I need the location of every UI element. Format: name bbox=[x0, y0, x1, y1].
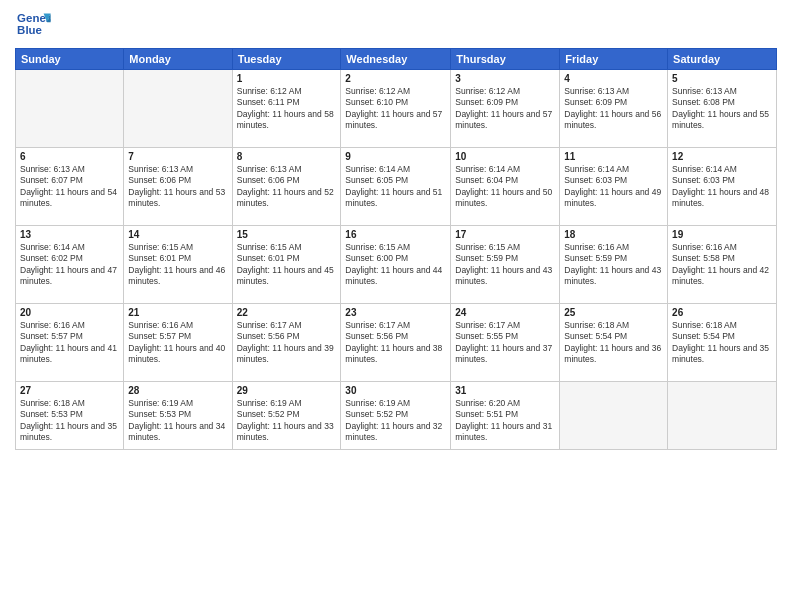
calendar-cell bbox=[16, 70, 124, 148]
day-info: Sunrise: 6:14 AMSunset: 6:03 PMDaylight:… bbox=[672, 164, 772, 210]
day-info: Sunrise: 6:15 AMSunset: 6:01 PMDaylight:… bbox=[128, 242, 227, 288]
calendar-cell: 16Sunrise: 6:15 AMSunset: 6:00 PMDayligh… bbox=[341, 226, 451, 304]
day-number: 29 bbox=[237, 385, 337, 396]
day-info: Sunrise: 6:19 AMSunset: 5:52 PMDaylight:… bbox=[237, 398, 337, 444]
calendar-cell: 9Sunrise: 6:14 AMSunset: 6:05 PMDaylight… bbox=[341, 148, 451, 226]
day-info: Sunrise: 6:14 AMSunset: 6:03 PMDaylight:… bbox=[564, 164, 663, 210]
calendar-cell: 29Sunrise: 6:19 AMSunset: 5:52 PMDayligh… bbox=[232, 382, 341, 450]
day-info: Sunrise: 6:19 AMSunset: 5:53 PMDaylight:… bbox=[128, 398, 227, 444]
day-number: 1 bbox=[237, 73, 337, 84]
day-info: Sunrise: 6:16 AMSunset: 5:58 PMDaylight:… bbox=[672, 242, 772, 288]
day-number: 17 bbox=[455, 229, 555, 240]
day-info: Sunrise: 6:15 AMSunset: 5:59 PMDaylight:… bbox=[455, 242, 555, 288]
calendar-cell: 12Sunrise: 6:14 AMSunset: 6:03 PMDayligh… bbox=[668, 148, 777, 226]
day-info: Sunrise: 6:13 AMSunset: 6:09 PMDaylight:… bbox=[564, 86, 663, 132]
day-info: Sunrise: 6:13 AMSunset: 6:08 PMDaylight:… bbox=[672, 86, 772, 132]
day-number: 30 bbox=[345, 385, 446, 396]
day-number: 3 bbox=[455, 73, 555, 84]
calendar-cell: 4Sunrise: 6:13 AMSunset: 6:09 PMDaylight… bbox=[560, 70, 668, 148]
page: General Blue SundayMondayTuesdayWednesda… bbox=[0, 0, 792, 612]
day-number: 5 bbox=[672, 73, 772, 84]
day-info: Sunrise: 6:14 AMSunset: 6:05 PMDaylight:… bbox=[345, 164, 446, 210]
day-number: 31 bbox=[455, 385, 555, 396]
day-number: 13 bbox=[20, 229, 119, 240]
day-info: Sunrise: 6:18 AMSunset: 5:53 PMDaylight:… bbox=[20, 398, 119, 444]
day-info: Sunrise: 6:16 AMSunset: 5:57 PMDaylight:… bbox=[128, 320, 227, 366]
weekday-header-sunday: Sunday bbox=[16, 49, 124, 70]
day-info: Sunrise: 6:20 AMSunset: 5:51 PMDaylight:… bbox=[455, 398, 555, 444]
calendar-cell: 8Sunrise: 6:13 AMSunset: 6:06 PMDaylight… bbox=[232, 148, 341, 226]
calendar-cell: 18Sunrise: 6:16 AMSunset: 5:59 PMDayligh… bbox=[560, 226, 668, 304]
week-row-3: 13Sunrise: 6:14 AMSunset: 6:02 PMDayligh… bbox=[16, 226, 777, 304]
day-number: 23 bbox=[345, 307, 446, 318]
day-number: 10 bbox=[455, 151, 555, 162]
day-number: 25 bbox=[564, 307, 663, 318]
day-info: Sunrise: 6:13 AMSunset: 6:06 PMDaylight:… bbox=[128, 164, 227, 210]
day-number: 27 bbox=[20, 385, 119, 396]
day-number: 7 bbox=[128, 151, 227, 162]
day-number: 8 bbox=[237, 151, 337, 162]
calendar-cell: 15Sunrise: 6:15 AMSunset: 6:01 PMDayligh… bbox=[232, 226, 341, 304]
calendar-cell bbox=[124, 70, 232, 148]
week-row-4: 20Sunrise: 6:16 AMSunset: 5:57 PMDayligh… bbox=[16, 304, 777, 382]
day-info: Sunrise: 6:18 AMSunset: 5:54 PMDaylight:… bbox=[672, 320, 772, 366]
calendar-cell: 17Sunrise: 6:15 AMSunset: 5:59 PMDayligh… bbox=[451, 226, 560, 304]
calendar-cell: 13Sunrise: 6:14 AMSunset: 6:02 PMDayligh… bbox=[16, 226, 124, 304]
day-number: 24 bbox=[455, 307, 555, 318]
weekday-header-friday: Friday bbox=[560, 49, 668, 70]
day-number: 2 bbox=[345, 73, 446, 84]
calendar-cell: 3Sunrise: 6:12 AMSunset: 6:09 PMDaylight… bbox=[451, 70, 560, 148]
day-number: 20 bbox=[20, 307, 119, 318]
day-info: Sunrise: 6:19 AMSunset: 5:52 PMDaylight:… bbox=[345, 398, 446, 444]
day-info: Sunrise: 6:17 AMSunset: 5:56 PMDaylight:… bbox=[345, 320, 446, 366]
day-number: 12 bbox=[672, 151, 772, 162]
day-number: 21 bbox=[128, 307, 227, 318]
day-info: Sunrise: 6:14 AMSunset: 6:04 PMDaylight:… bbox=[455, 164, 555, 210]
logo: General Blue bbox=[15, 10, 51, 40]
calendar-cell: 31Sunrise: 6:20 AMSunset: 5:51 PMDayligh… bbox=[451, 382, 560, 450]
week-row-5: 27Sunrise: 6:18 AMSunset: 5:53 PMDayligh… bbox=[16, 382, 777, 450]
day-info: Sunrise: 6:16 AMSunset: 5:57 PMDaylight:… bbox=[20, 320, 119, 366]
day-info: Sunrise: 6:14 AMSunset: 6:02 PMDaylight:… bbox=[20, 242, 119, 288]
day-info: Sunrise: 6:17 AMSunset: 5:55 PMDaylight:… bbox=[455, 320, 555, 366]
day-info: Sunrise: 6:18 AMSunset: 5:54 PMDaylight:… bbox=[564, 320, 663, 366]
day-info: Sunrise: 6:12 AMSunset: 6:09 PMDaylight:… bbox=[455, 86, 555, 132]
calendar-cell: 19Sunrise: 6:16 AMSunset: 5:58 PMDayligh… bbox=[668, 226, 777, 304]
calendar-cell: 6Sunrise: 6:13 AMSunset: 6:07 PMDaylight… bbox=[16, 148, 124, 226]
day-info: Sunrise: 6:15 AMSunset: 6:01 PMDaylight:… bbox=[237, 242, 337, 288]
calendar-cell bbox=[668, 382, 777, 450]
calendar: SundayMondayTuesdayWednesdayThursdayFrid… bbox=[15, 48, 777, 450]
calendar-cell: 22Sunrise: 6:17 AMSunset: 5:56 PMDayligh… bbox=[232, 304, 341, 382]
day-info: Sunrise: 6:17 AMSunset: 5:56 PMDaylight:… bbox=[237, 320, 337, 366]
day-info: Sunrise: 6:12 AMSunset: 6:11 PMDaylight:… bbox=[237, 86, 337, 132]
day-number: 14 bbox=[128, 229, 227, 240]
day-number: 6 bbox=[20, 151, 119, 162]
day-info: Sunrise: 6:12 AMSunset: 6:10 PMDaylight:… bbox=[345, 86, 446, 132]
weekday-header-tuesday: Tuesday bbox=[232, 49, 341, 70]
day-number: 26 bbox=[672, 307, 772, 318]
calendar-cell: 11Sunrise: 6:14 AMSunset: 6:03 PMDayligh… bbox=[560, 148, 668, 226]
day-info: Sunrise: 6:13 AMSunset: 6:07 PMDaylight:… bbox=[20, 164, 119, 210]
day-number: 19 bbox=[672, 229, 772, 240]
day-info: Sunrise: 6:15 AMSunset: 6:00 PMDaylight:… bbox=[345, 242, 446, 288]
calendar-cell: 27Sunrise: 6:18 AMSunset: 5:53 PMDayligh… bbox=[16, 382, 124, 450]
day-number: 28 bbox=[128, 385, 227, 396]
calendar-cell: 30Sunrise: 6:19 AMSunset: 5:52 PMDayligh… bbox=[341, 382, 451, 450]
day-number: 16 bbox=[345, 229, 446, 240]
calendar-cell: 1Sunrise: 6:12 AMSunset: 6:11 PMDaylight… bbox=[232, 70, 341, 148]
calendar-cell: 7Sunrise: 6:13 AMSunset: 6:06 PMDaylight… bbox=[124, 148, 232, 226]
weekday-header-wednesday: Wednesday bbox=[341, 49, 451, 70]
calendar-cell: 2Sunrise: 6:12 AMSunset: 6:10 PMDaylight… bbox=[341, 70, 451, 148]
calendar-cell: 10Sunrise: 6:14 AMSunset: 6:04 PMDayligh… bbox=[451, 148, 560, 226]
weekday-header-monday: Monday bbox=[124, 49, 232, 70]
day-number: 9 bbox=[345, 151, 446, 162]
week-row-1: 1Sunrise: 6:12 AMSunset: 6:11 PMDaylight… bbox=[16, 70, 777, 148]
calendar-cell: 5Sunrise: 6:13 AMSunset: 6:08 PMDaylight… bbox=[668, 70, 777, 148]
weekday-header-saturday: Saturday bbox=[668, 49, 777, 70]
calendar-cell bbox=[560, 382, 668, 450]
day-info: Sunrise: 6:16 AMSunset: 5:59 PMDaylight:… bbox=[564, 242, 663, 288]
day-number: 11 bbox=[564, 151, 663, 162]
calendar-cell: 28Sunrise: 6:19 AMSunset: 5:53 PMDayligh… bbox=[124, 382, 232, 450]
day-number: 18 bbox=[564, 229, 663, 240]
weekday-header-row: SundayMondayTuesdayWednesdayThursdayFrid… bbox=[16, 49, 777, 70]
